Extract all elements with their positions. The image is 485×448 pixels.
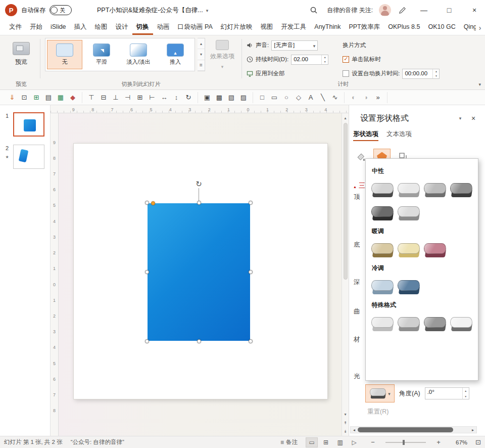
scroll-left-icon[interactable] xyxy=(351,427,358,433)
collapse-ribbon-icon[interactable] xyxy=(478,80,481,87)
effect-options-button[interactable]: 效果选项 xyxy=(208,38,237,70)
ribbon-tab[interactable]: OK10 GC xyxy=(424,20,459,35)
material-swatch[interactable] xyxy=(397,279,420,296)
resize-handle-w[interactable] xyxy=(145,270,149,274)
avatar[interactable] xyxy=(379,4,391,16)
distribute-vertical-icon[interactable]: ↕ xyxy=(171,92,182,103)
rectangle-tool-icon[interactable]: □ xyxy=(257,92,268,103)
zoom-slider[interactable] xyxy=(385,442,426,443)
resize-handle-n[interactable] xyxy=(197,201,201,205)
auto-advance-checkbox[interactable] xyxy=(343,70,349,77)
material-picker-button[interactable] xyxy=(365,384,395,402)
scroll-down-icon[interactable] xyxy=(343,411,349,418)
shapes-menu-icon[interactable]: ◇ xyxy=(293,92,304,103)
maximize-button[interactable]: □ xyxy=(439,0,460,20)
slide-sorter-icon[interactable]: ⊞ xyxy=(320,437,332,447)
spin-up-icon[interactable] xyxy=(322,55,328,60)
adjust-handle[interactable] xyxy=(151,201,155,205)
ribbon-tab[interactable]: 开发工具 xyxy=(277,20,310,35)
guides-icon[interactable]: ⊞ xyxy=(31,92,42,103)
material-swatch[interactable] xyxy=(371,242,394,259)
scroll-up-icon[interactable] xyxy=(343,114,349,121)
gallery-scroll-down-icon[interactable] xyxy=(198,49,205,60)
distribute-horizontal-icon[interactable]: ↔ xyxy=(159,92,170,103)
spin-down-icon[interactable] xyxy=(322,60,328,64)
zoom-in-button[interactable] xyxy=(434,438,443,447)
export-slides-icon[interactable]: ⇓ xyxy=(7,92,18,103)
scroll-right-icon[interactable] xyxy=(469,427,476,433)
align-center-icon[interactable]: ⊞ xyxy=(134,92,146,103)
align-right-icon[interactable]: ⊢ xyxy=(147,92,158,103)
preview-button[interactable]: 预览 xyxy=(7,38,35,70)
material-swatch[interactable] xyxy=(371,182,394,199)
transition-option[interactable]: 推入 xyxy=(158,40,193,69)
spinner-arrows[interactable] xyxy=(462,388,469,399)
material-swatch[interactable] xyxy=(371,279,394,296)
resize-handle-ne[interactable] xyxy=(249,201,253,205)
bring-forward-icon[interactable]: ▣ xyxy=(202,92,213,103)
minimize-button[interactable]: — xyxy=(413,0,434,20)
auto-advance-time-input[interactable]: 00:00.00 xyxy=(402,69,440,79)
scrollbar-thumb[interactable] xyxy=(344,123,348,280)
search-icon[interactable] xyxy=(307,3,321,17)
spin-up-icon[interactable] xyxy=(433,69,439,74)
material-swatch[interactable] xyxy=(371,316,394,333)
spin-up-icon[interactable] xyxy=(463,388,469,393)
reset-button[interactable]: 重置(R) xyxy=(367,408,389,416)
title-dropdown-icon[interactable] xyxy=(206,7,209,14)
format-painter-icon[interactable]: ◆ xyxy=(67,92,78,103)
bring-to-front-icon[interactable]: ▧ xyxy=(226,92,237,103)
ribbon-tab[interactable]: 文件 xyxy=(5,20,26,35)
angle-input[interactable]: .0° xyxy=(425,387,469,399)
panel-tab[interactable]: 文本选项 xyxy=(386,130,412,141)
transition-option[interactable]: 淡入/淡出 xyxy=(121,40,156,69)
close-button[interactable]: × xyxy=(464,0,485,20)
apply-to-all-button[interactable]: 应用到全部 xyxy=(256,70,285,77)
ribbon-tab[interactable]: PPT效率库 xyxy=(345,20,384,35)
material-swatch[interactable] xyxy=(423,316,447,333)
next-slide-icon[interactable] xyxy=(343,428,349,435)
slide-thumbnail-1[interactable] xyxy=(13,112,44,137)
gallery-scroll-up-icon[interactable] xyxy=(198,38,205,49)
gallery-more-icon[interactable] xyxy=(198,60,205,71)
previous-slide-icon[interactable] xyxy=(343,419,349,426)
ribbon-tab[interactable]: OKPlus 8.5 xyxy=(384,20,424,35)
align-left-icon[interactable]: ⊣ xyxy=(122,92,133,103)
panel-horizontal-scrollbar[interactable] xyxy=(350,426,477,433)
ribbon-tab[interactable]: 切换 xyxy=(132,20,153,35)
oval-tool-icon[interactable]: ○ xyxy=(281,92,292,103)
slideshow-screen-icon[interactable]: ▦ xyxy=(55,92,66,103)
spin-down-icon[interactable] xyxy=(463,393,469,399)
placeholder-layout-icon[interactable]: ▤ xyxy=(43,92,54,103)
rounded-rectangle-tool-icon[interactable]: ▭ xyxy=(269,92,280,103)
material-swatch[interactable] xyxy=(397,182,420,199)
spinner-arrows[interactable] xyxy=(432,69,439,78)
material-swatch[interactable] xyxy=(423,242,447,259)
vertical-scrollbar[interactable] xyxy=(342,113,349,436)
material-swatch[interactable] xyxy=(450,182,473,199)
more-tools-icon[interactable]: » xyxy=(372,92,383,103)
panel-close-icon[interactable]: × xyxy=(467,113,480,124)
normal-view-icon[interactable]: ▭ xyxy=(306,437,318,447)
transition-option[interactable]: 无 xyxy=(47,40,82,69)
material-swatch[interactable] xyxy=(397,242,420,259)
panel-tab[interactable]: 形状选项 xyxy=(353,130,378,141)
slide[interactable] xyxy=(74,144,327,399)
slide-canvas[interactable] xyxy=(59,113,342,436)
merge-shapes-icon[interactable]: ◐ xyxy=(348,92,359,103)
panel-collapse-icon[interactable] xyxy=(454,113,467,124)
resize-handle-se[interactable] xyxy=(249,339,253,343)
duration-input[interactable]: 02.00 xyxy=(291,55,328,65)
ribbon-tab[interactable]: 口袋动画 PA xyxy=(174,20,217,35)
transition-option[interactable]: 平滑 xyxy=(84,40,119,69)
material-swatch[interactable] xyxy=(397,205,420,222)
3d-format-section-header[interactable]: 三 xyxy=(353,181,365,190)
pencil-tool-icon[interactable]: ∿ xyxy=(329,92,341,103)
selected-shape[interactable] xyxy=(148,203,250,341)
spin-down-icon[interactable] xyxy=(433,74,439,78)
copy-slide-icon[interactable]: ⊡ xyxy=(19,92,30,103)
send-to-back-icon[interactable]: ▨ xyxy=(238,92,249,103)
on-click-checkbox[interactable] xyxy=(343,56,349,63)
pen-tool-icon[interactable] xyxy=(395,3,409,17)
resize-handle-s[interactable] xyxy=(197,339,201,343)
